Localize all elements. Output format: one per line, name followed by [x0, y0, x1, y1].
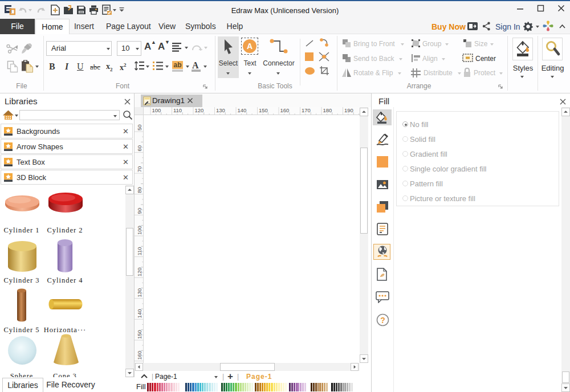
svg-text:130: 130 — [216, 107, 225, 113]
svg-text:110: 110 — [173, 107, 182, 113]
svg-text:100: 100 — [136, 226, 142, 235]
svg-text:190: 190 — [344, 107, 353, 113]
svg-text:80: 80 — [136, 187, 142, 193]
svg-text:150: 150 — [136, 330, 142, 339]
svg-text:170: 170 — [302, 107, 311, 113]
svg-text:160: 160 — [280, 107, 290, 113]
svg-text:140: 140 — [136, 309, 142, 318]
svg-text:160: 160 — [136, 351, 142, 360]
svg-text:90: 90 — [136, 208, 142, 214]
svg-text:50: 50 — [136, 124, 142, 130]
svg-text:130: 130 — [136, 288, 142, 297]
svg-text:70: 70 — [136, 166, 142, 173]
svg-text:110: 110 — [136, 247, 142, 255]
svg-text:150: 150 — [259, 107, 268, 113]
svg-text:100: 100 — [152, 107, 161, 113]
svg-text:180: 180 — [323, 107, 332, 113]
svg-text:60: 60 — [136, 145, 142, 152]
svg-text:?: ? — [380, 316, 385, 325]
svg-text:120: 120 — [195, 107, 204, 113]
svg-text:140: 140 — [238, 107, 247, 113]
svg-text:120: 120 — [136, 267, 142, 276]
